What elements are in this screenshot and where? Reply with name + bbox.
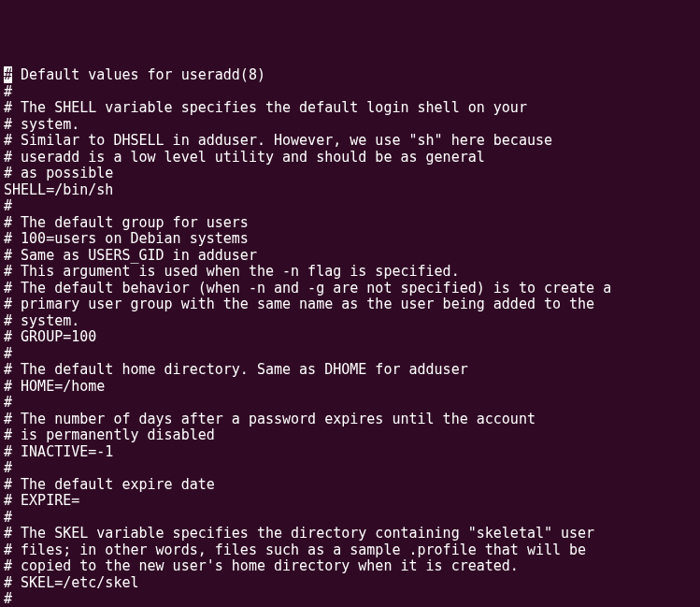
file-line: # as possible [4,166,696,182]
file-line: # Similar to DHSELL in adduser. However,… [4,133,696,150]
file-line: # The default expire date [4,477,696,494]
file-line: # 100=users on Debian systems [4,231,696,248]
file-line: # SKEL=/etc/skel [4,575,696,592]
file-line: # files; in other words, files such as a… [4,542,696,559]
file-line: # Default values for useradd(8) [4,67,696,84]
file-line: # [4,395,696,412]
file-line: # HOME=/home [4,379,696,396]
file-line: # [4,510,696,527]
file-line: # [4,591,696,607]
file-line: # This argument is used when the -n flag… [4,264,696,281]
file-line: # [4,460,696,477]
file-line: # [4,346,696,363]
file-line: # useradd is a low level utility and sho… [4,150,696,166]
file-line: SHELL=/bin/sh [4,182,696,199]
file-line: # GROUP=100 [4,329,696,346]
terminal-viewport[interactable]: # Default values for useradd(8)## The SH… [4,67,696,607]
file-line: # [4,198,696,215]
text-cursor: # [4,66,12,83]
file-line: # EXPIRE= [4,493,696,510]
file-line: # [4,84,696,101]
file-line: # The default home directory. Same as DH… [4,362,696,379]
file-line: # The SHELL variable specifies the defau… [4,100,696,117]
file-line: # The SKEL variable specifies the direct… [4,526,696,542]
file-line: # The number of days after a password ex… [4,412,696,428]
file-line: # INACTIVE=-1 [4,444,696,461]
line-text: Default values for useradd(8) [12,66,265,83]
file-line: # system. [4,313,696,330]
file-line: # primary user group with the same name … [4,296,696,313]
file-line: # The default group for users [4,215,696,232]
file-line: # Same as USERS_GID in adduser [4,248,696,265]
file-line: # copied to the new user's home director… [4,558,696,575]
file-line: # The default behavior (when -n and -g a… [4,281,696,297]
file-line: # system. [4,117,696,134]
file-line: # is permanently disabled [4,427,696,444]
